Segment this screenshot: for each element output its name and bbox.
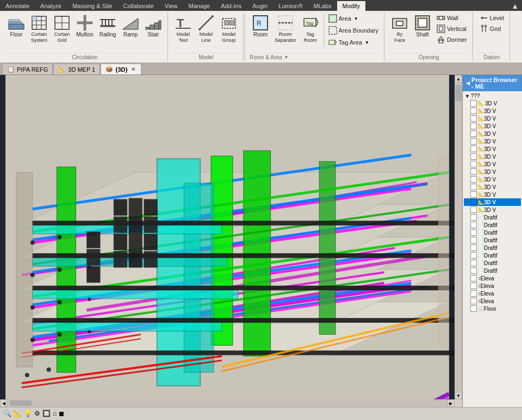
list-item[interactable]: ↕ Eleva xyxy=(464,282,521,290)
shaft-button[interactable]: Shaft xyxy=(412,13,433,39)
tab-analyze[interactable]: Analyze xyxy=(35,1,67,11)
model-group-button[interactable]: ModelGroup xyxy=(218,13,240,45)
expand-icon[interactable]: ◼ xyxy=(59,410,64,417)
list-item[interactable]: 📄 Draftf xyxy=(464,259,521,267)
list-item[interactable]: 📐 3D V xyxy=(464,175,521,183)
list-item[interactable]: 📄 Draftf xyxy=(464,252,521,259)
list-item[interactable]: 📄 Draftf xyxy=(464,229,521,236)
list-item[interactable]: ↕ Eleva xyxy=(464,290,521,297)
list-item[interactable]: 📐 3D V xyxy=(464,168,521,175)
list-item[interactable]: 📄 Draftf xyxy=(464,221,521,229)
list-item[interactable]: 📐 3D V xyxy=(464,206,521,214)
model-text-button[interactable]: T ModelText xyxy=(172,13,194,45)
item-checkbox[interactable] xyxy=(470,214,477,221)
tab-augin[interactable]: Augin xyxy=(247,1,273,11)
item-checkbox[interactable] xyxy=(470,115,477,122)
list-item-active[interactable]: 📐 3D V xyxy=(464,198,521,206)
wall-opening-button[interactable]: Wall xyxy=(434,13,469,23)
viewport-scrollbar-h[interactable]: ◀ ▶ xyxy=(0,399,455,407)
item-checkbox[interactable] xyxy=(470,290,477,297)
tab-modify[interactable]: Modify xyxy=(337,1,365,11)
tab-manage[interactable]: Manage xyxy=(183,1,215,11)
tab-massing[interactable]: Massing & Site xyxy=(67,1,117,11)
item-checkbox[interactable] xyxy=(470,108,477,114)
item-checkbox[interactable] xyxy=(470,305,477,312)
item-checkbox[interactable] xyxy=(470,184,477,190)
list-item[interactable]: 📐 3D V xyxy=(464,107,521,115)
item-checkbox[interactable] xyxy=(470,222,477,228)
room-button[interactable]: R Room xyxy=(250,13,271,39)
item-checkbox[interactable] xyxy=(470,153,477,160)
tree-expand-icon[interactable]: ▼ xyxy=(465,93,470,99)
tree-root-item[interactable]: ▼ ??? xyxy=(464,92,521,99)
list-item[interactable]: 📐 3D V xyxy=(464,122,521,130)
light-icon[interactable]: 💡 xyxy=(24,410,32,417)
list-item[interactable]: ↕ Eleva xyxy=(464,274,521,282)
item-checkbox[interactable] xyxy=(470,123,477,129)
vertical-button[interactable]: Vertical xyxy=(434,24,469,34)
doc-tab-3d-mep1[interactable]: 📐 3D MEP 1 xyxy=(53,64,100,74)
list-item[interactable]: 📐 3D V xyxy=(464,153,521,160)
item-checkbox[interactable] xyxy=(470,199,477,205)
list-item[interactable]: 📄 Draftf xyxy=(464,244,521,252)
close-3d-tab[interactable]: ✕ xyxy=(130,66,136,72)
grid-button[interactable]: Grid xyxy=(477,24,504,34)
item-checkbox[interactable] xyxy=(470,283,477,289)
viewport-scrollbar-v[interactable]: ▲ ▼ xyxy=(455,75,462,399)
scroll-up-btn[interactable]: ▲ xyxy=(455,75,462,83)
tag-area-dropdown-icon[interactable]: ▼ xyxy=(365,40,369,45)
item-checkbox[interactable] xyxy=(470,260,477,266)
list-item[interactable]: 📄 Draftf xyxy=(464,267,521,274)
stair-button[interactable]: Stair xyxy=(142,13,164,39)
list-item[interactable]: 📐 3D V xyxy=(464,191,521,198)
list-item[interactable]: 📐 3D V xyxy=(464,99,521,107)
select-icon[interactable]: 🔲 xyxy=(42,410,51,417)
ramp-button[interactable]: Ramp xyxy=(120,13,141,39)
tab-collaborate[interactable]: Collaborate xyxy=(118,1,159,11)
item-checkbox[interactable] xyxy=(470,146,477,152)
doc-tab-pipa[interactable]: 📋 PIPA REFG xyxy=(2,64,53,74)
scroll-thumb-h[interactable] xyxy=(10,400,32,406)
settings-icon[interactable]: ⚙ xyxy=(34,410,40,417)
room-area-dropdown-icon[interactable]: ▼ xyxy=(284,55,288,60)
tag-room-button[interactable]: Tag TagRoom xyxy=(300,13,321,45)
3d-canvas[interactable] xyxy=(0,75,455,399)
mullion-button[interactable]: Mullion xyxy=(74,13,96,39)
by-face-button[interactable]: ByFace xyxy=(389,13,411,45)
model-line-button[interactable]: ModelLine xyxy=(195,13,217,45)
tab-mlabs[interactable]: MLabs xyxy=(308,1,337,11)
tab-addins[interactable]: Add-Ins xyxy=(215,1,247,11)
curtain-system-button[interactable]: CurtainSystem xyxy=(28,13,50,45)
tab-annotate[interactable]: Annotate xyxy=(0,1,35,11)
scroll-thumb-v[interactable] xyxy=(455,85,462,101)
browser-tree[interactable]: ▼ ??? 📐 3D V 📐 3D V 📐 3D V 📐 xyxy=(463,91,522,407)
item-checkbox[interactable] xyxy=(470,168,477,175)
item-checkbox[interactable] xyxy=(470,275,477,281)
item-checkbox[interactable] xyxy=(470,252,477,259)
area-button[interactable]: Area ▼ xyxy=(326,13,381,24)
item-checkbox[interactable] xyxy=(470,138,477,145)
item-checkbox[interactable] xyxy=(470,267,477,274)
scroll-down-btn[interactable]: ▼ xyxy=(455,392,462,399)
level-button[interactable]: Level xyxy=(477,13,506,23)
list-item[interactable]: 📐 3D V xyxy=(464,115,521,122)
measure-icon[interactable]: 📐 xyxy=(14,410,22,417)
zoom-icon[interactable]: 🔍 xyxy=(3,410,11,417)
list-item[interactable]: ⬜ Floor xyxy=(464,305,521,312)
list-item[interactable]: 📐 3D V xyxy=(464,145,521,153)
list-item[interactable]: 📄 Draftf xyxy=(464,214,521,221)
area-dropdown-icon[interactable]: ▼ xyxy=(354,16,358,21)
scroll-left-btn[interactable]: ◀ xyxy=(0,399,8,407)
item-checkbox[interactable] xyxy=(470,245,477,251)
expand-ribbon-icon[interactable]: ▲ xyxy=(511,2,519,10)
item-checkbox[interactable] xyxy=(470,237,477,243)
item-checkbox[interactable] xyxy=(470,206,477,213)
item-checkbox[interactable] xyxy=(470,161,477,167)
home-icon[interactable]: ⌂ xyxy=(53,410,57,417)
item-checkbox[interactable] xyxy=(470,130,477,137)
item-checkbox[interactable] xyxy=(470,176,477,183)
floor-button[interactable]: Floor xyxy=(5,13,27,39)
tab-lumion[interactable]: Lumion® xyxy=(273,1,308,11)
item-checkbox[interactable] xyxy=(470,229,477,236)
doc-tab-3d[interactable]: 📦 {3D} ✕ xyxy=(101,64,141,74)
